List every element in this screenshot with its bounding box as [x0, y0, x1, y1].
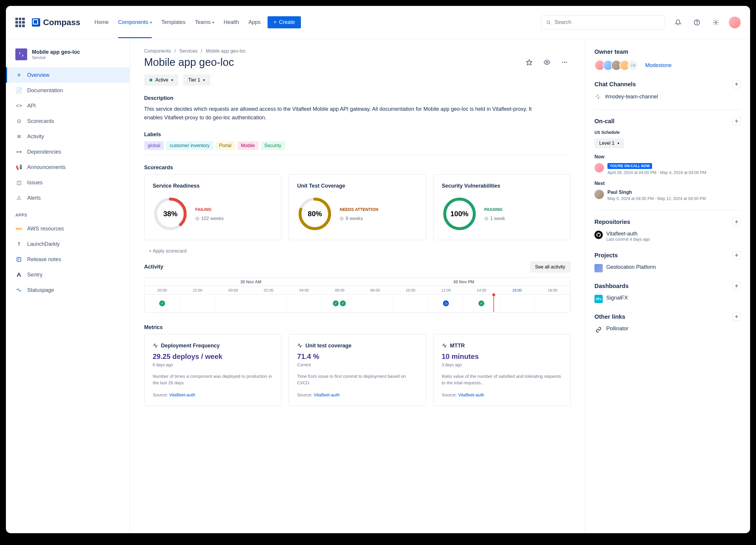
sidebar-app-launchdarkly[interactable]: ↗LaunchDarkly: [6, 236, 130, 252]
star-icon[interactable]: [523, 56, 535, 68]
chevron-down-icon: ▾: [150, 20, 152, 25]
product-logo[interactable]: Compass: [32, 18, 80, 27]
chat-channels-header: Chat Channels+: [594, 80, 741, 88]
sidebar-item-issues[interactable]: ◫Issues: [6, 175, 130, 190]
svg-point-10: [562, 62, 563, 63]
svg-point-3: [697, 24, 697, 24]
scorecard-card[interactable]: Unit Test Coverage 80% NEEDS ATTENTION 9…: [289, 174, 426, 240]
timeline-slot[interactable]: ✓: [144, 295, 180, 312]
sidebar-app-aws-resources[interactable]: awsAWS resources: [6, 221, 130, 236]
sidebar-item-announcements[interactable]: 📢Announcements: [6, 160, 130, 175]
timeline-slot[interactable]: [535, 295, 570, 312]
source-link[interactable]: Vitafleet-auth: [314, 392, 340, 397]
svg-rect-25: [598, 97, 599, 99]
timeline-slot[interactable]: [393, 295, 428, 312]
metric-card[interactable]: Unit test coverage 71.4 % Current Time f…: [289, 334, 426, 406]
scorecard-card[interactable]: Service Readiness 38% FAILING 102 weeks: [144, 174, 281, 240]
label-Security[interactable]: Security: [261, 141, 285, 150]
timeline-slot[interactable]: [499, 295, 535, 312]
component-name: Mobile app geo-loc: [32, 49, 80, 55]
sidebar-app-statuspage[interactable]: Statuspage: [6, 282, 130, 298]
status-badge: PASSING: [484, 206, 505, 212]
more-icon[interactable]: [559, 56, 571, 68]
search-field[interactable]: [555, 19, 660, 25]
notifications-icon[interactable]: [672, 17, 684, 28]
sidebar-item-scorecards[interactable]: ⊙Scorecards: [6, 113, 130, 129]
label-global[interactable]: global: [144, 141, 164, 150]
scorecard-card[interactable]: Security Vulnerabilities 100% PASSING 1 …: [433, 174, 571, 240]
label-Portal[interactable]: Portal: [216, 141, 235, 150]
dashboard-link[interactable]: SFx SignalFX: [594, 295, 741, 303]
add-project-icon[interactable]: +: [732, 251, 741, 259]
sidebar-app-release-notes[interactable]: Release notes: [6, 252, 130, 267]
add-link-icon[interactable]: +: [732, 313, 741, 321]
settings-icon[interactable]: [710, 17, 722, 28]
metric-card[interactable]: Deployment Frequency 29.25 deploys / wee…: [144, 334, 281, 406]
metric-value: 10 minutes: [442, 352, 562, 361]
metric-source: Source: Vitafleet-auth: [442, 392, 562, 397]
pulse-icon: [442, 343, 447, 348]
timeline-slot[interactable]: ✓✓: [322, 295, 357, 312]
timeline-slot[interactable]: [251, 295, 286, 312]
sidebar-item-dependencies[interactable]: ⊶Dependencies: [6, 144, 130, 160]
timeline-slot[interactable]: [215, 295, 251, 312]
sidebar-item-activity[interactable]: ≋Activity: [6, 129, 130, 144]
nav-teams[interactable]: Teams ▾: [195, 6, 214, 38]
other-link[interactable]: Pollinator: [594, 326, 741, 334]
oncall-header: On-call+: [594, 117, 741, 125]
project-icon: [594, 264, 603, 272]
metric-card[interactable]: MTTR 10 minutes 3 days ago Ratio value o…: [433, 334, 571, 406]
watch-icon[interactable]: [541, 56, 553, 68]
sidebar-item-documentation[interactable]: 📄Documentation: [6, 83, 130, 98]
nav-home[interactable]: Home: [95, 6, 109, 38]
apply-scorecard-link[interactable]: + Apply scorecard: [144, 246, 571, 256]
sidebar-icon: ⊶: [15, 148, 22, 155]
repo-link[interactable]: Vitafleet-auth Last commit 4 days ago: [594, 231, 741, 242]
timeline-slot[interactable]: [357, 295, 393, 312]
timeline-slot[interactable]: ◷: [428, 295, 464, 312]
sidebar-icon: ◫: [15, 179, 22, 186]
add-oncall-icon[interactable]: +: [732, 117, 741, 125]
nav-health[interactable]: Health: [224, 6, 239, 38]
search-input[interactable]: [541, 15, 665, 30]
level-selector[interactable]: Level 1▾: [594, 138, 624, 148]
sidebar-item-api[interactable]: <>API: [6, 98, 130, 113]
see-all-activity-button[interactable]: See all activity: [530, 261, 571, 273]
team-link[interactable]: Modestone: [645, 62, 672, 69]
chat-channel-link[interactable]: #modey-team-channel: [594, 93, 741, 100]
tier-pill[interactable]: Tier 1▾: [183, 74, 210, 86]
status-pill[interactable]: Active▾: [144, 74, 178, 86]
create-button[interactable]: + Create: [268, 16, 301, 28]
description-text: This service decides which requests are …: [144, 105, 534, 122]
breadcrumb-segment[interactable]: Mobile app geo-loc: [206, 48, 246, 54]
metrics-header: Metrics: [144, 324, 571, 331]
source-link[interactable]: Vitafleet-auth: [169, 392, 195, 397]
app-switcher[interactable]: [15, 18, 25, 27]
repos-header: Repositories+: [594, 218, 741, 226]
svg-marker-8: [527, 60, 532, 65]
scorecard-title: Security Vulnerabilities: [442, 183, 562, 189]
user-avatar[interactable]: [729, 17, 741, 28]
add-dashboard-icon[interactable]: +: [732, 282, 741, 290]
avatar: [594, 163, 604, 173]
sidebar-app-sentry[interactable]: Sentry: [6, 267, 130, 282]
breadcrumb-segment[interactable]: Components: [144, 48, 171, 54]
timeline-slot[interactable]: [180, 295, 215, 312]
sidebar-item-overview[interactable]: ≡Overview: [6, 67, 130, 83]
nav-components[interactable]: Components ▾: [118, 6, 152, 38]
source-link[interactable]: Vitafleet-auth: [458, 392, 484, 397]
nav-templates[interactable]: Templates: [161, 6, 185, 38]
nav-apps[interactable]: Apps: [248, 6, 260, 38]
timeline-slot[interactable]: [286, 295, 322, 312]
help-icon[interactable]: [691, 17, 703, 28]
label-customer-inventory[interactable]: customer inventory: [166, 141, 213, 150]
add-chat-icon[interactable]: +: [732, 80, 741, 88]
breadcrumb-segment[interactable]: Services: [179, 48, 197, 54]
team-avatars[interactable]: +3: [594, 60, 638, 71]
add-repo-icon[interactable]: +: [732, 218, 741, 226]
sidebar-icon: 📄: [15, 87, 22, 94]
label-Mobile[interactable]: Mobile: [237, 141, 258, 150]
project-link[interactable]: Geolocation Platform: [594, 264, 741, 272]
sidebar-item-alerts[interactable]: ⚠Alerts: [6, 190, 130, 206]
check-icon: ✓: [478, 300, 484, 306]
